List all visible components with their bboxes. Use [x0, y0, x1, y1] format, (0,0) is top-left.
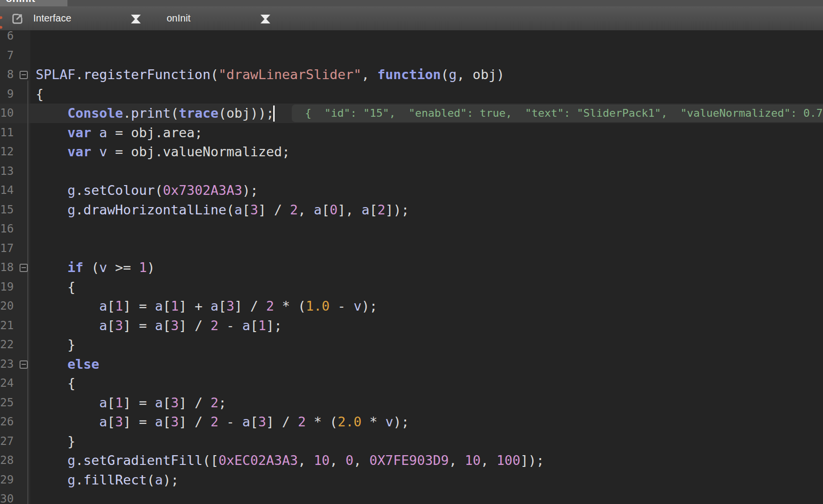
- code-line[interactable]: 19 {: [0, 277, 823, 297]
- code-text[interactable]: }: [36, 432, 75, 451]
- line-number: 25: [0, 393, 14, 413]
- code-token: 1: [115, 395, 123, 410]
- code-token: ] +: [179, 298, 211, 314]
- code-token: ] /: [235, 298, 266, 314]
- line-number: 15: [0, 200, 14, 220]
- code-line[interactable]: 21 a[3] = a[3] / 2 - a[1];: [0, 316, 823, 336]
- code-text[interactable]: g.setGradientFill([0xEC02A3A3, 10, 0, 0X…: [36, 451, 544, 470]
- code-line[interactable]: 10 Console.print(trace(obj));: [0, 104, 823, 123]
- code-line[interactable]: 20 a[1] = a[1] + a[3] / 2 * (1.0 - v);: [0, 296, 823, 316]
- code-token: trace: [179, 105, 218, 121]
- code-token: ] /: [179, 414, 211, 429]
- code-token: 2.0: [338, 414, 362, 429]
- callback-file-selector[interactable]: onInit: [163, 6, 275, 30]
- code-line[interactable]: 26 a[3] = a[3] / 2 - a[3] / 2 * (2.0 * v…: [0, 412, 823, 432]
- code-line[interactable]: 16: [0, 219, 823, 239]
- code-line[interactable]: 29 g.fillRect(a);: [0, 470, 823, 490]
- code-token: 0xEC02A3A3: [218, 453, 298, 468]
- code-token: print: [131, 105, 171, 121]
- callback-target-selector[interactable]: Interface: [29, 6, 147, 30]
- line-number: 30: [0, 489, 14, 504]
- code-token: [: [163, 318, 171, 333]
- code-text[interactable]: a[3] = a[3] / 2 - a[3] / 2 * (2.0 * v);: [36, 412, 409, 432]
- code-text[interactable]: var v = obj.valueNormalized;: [36, 142, 290, 162]
- line-number: 11: [0, 123, 14, 143]
- code-token: ] =: [123, 414, 155, 429]
- code-line[interactable]: 24 {: [0, 374, 823, 393]
- code-token: else: [67, 357, 99, 372]
- code-token: 1.0: [306, 298, 330, 314]
- code-line[interactable]: 30: [0, 489, 823, 504]
- code-token: 0: [330, 202, 338, 217]
- code-text[interactable]: {: [36, 374, 75, 393]
- code-text[interactable]: g.drawHorizontalLine(a[3] / 2, a[0], a[2…: [36, 200, 409, 220]
- tab-oninit[interactable]: onInit: [0, 0, 67, 6]
- code-token: ,: [480, 453, 497, 468]
- code-token: [: [163, 395, 171, 410]
- code-text[interactable]: g.fillRect(a);: [36, 470, 179, 490]
- code-token: [36, 395, 99, 410]
- code-token: ;: [218, 395, 226, 410]
- code-token: {: [36, 279, 75, 294]
- code-token: function: [377, 67, 441, 82]
- code-token: g: [67, 183, 75, 198]
- code-token: = obj.valueNormalized;: [107, 144, 290, 159]
- code-token: ] =: [123, 318, 155, 333]
- code-line[interactable]: 7: [0, 46, 823, 65]
- line-number: 21: [0, 316, 14, 336]
- code-line[interactable]: 17: [0, 239, 823, 258]
- code-line[interactable]: 28 g.setGradientFill([0xEC02A3A3, 10, 0,…: [0, 451, 823, 470]
- code-text[interactable]: a[3] = a[3] / 2 - a[1];: [36, 316, 282, 336]
- line-number: 22: [0, 335, 14, 355]
- code-line[interactable]: 23 else: [0, 355, 823, 374]
- code-token: ] /: [179, 395, 211, 410]
- code-token: a: [99, 395, 107, 410]
- code-text[interactable]: }: [36, 335, 75, 355]
- code-token: a: [234, 202, 242, 217]
- code-token: g: [67, 453, 75, 468]
- fold-toggle-icon[interactable]: [20, 360, 28, 369]
- code-text[interactable]: var a = obj.area;: [36, 123, 202, 143]
- code-token: a: [211, 298, 218, 314]
- code-token: ] /: [266, 414, 298, 429]
- code-token: );: [163, 472, 179, 487]
- code-token: [: [107, 298, 115, 314]
- code-line[interactable]: 22 }: [0, 335, 823, 355]
- code-token: setGradientFill: [84, 453, 203, 468]
- code-text[interactable]: g.setColour(0x7302A3A3);: [36, 181, 258, 200]
- code-token: [36, 202, 67, 217]
- line-number: 20: [0, 296, 14, 316]
- code-line[interactable]: 11 var a = obj.area;: [0, 123, 823, 143]
- code-token: ,: [330, 453, 346, 468]
- code-token: ,: [298, 453, 314, 468]
- goto-workspace-icon[interactable]: [0, 16, 8, 29]
- fold-toggle-icon[interactable]: [20, 71, 28, 79]
- code-token: ([: [202, 453, 218, 468]
- code-line[interactable]: 18 if (v >= 1): [0, 258, 823, 277]
- code-text[interactable]: if (v >= 1): [36, 258, 155, 277]
- code-text[interactable]: {: [36, 277, 75, 297]
- fold-minus-glyph: [22, 267, 26, 268]
- code-editor[interactable]: { "id": "15", "enabled": true, "text": "…: [0, 0, 823, 504]
- code-token: .: [75, 67, 83, 82]
- code-line[interactable]: 13: [0, 162, 823, 181]
- external-link-icon[interactable]: [11, 12, 24, 25]
- code-text[interactable]: {: [36, 84, 43, 104]
- code-line[interactable]: 9{: [0, 84, 823, 104]
- code-token: , obj): [457, 67, 505, 82]
- code-text[interactable]: Console.print(trace(obj));: [36, 104, 274, 123]
- code-line[interactable]: 27 }: [0, 432, 823, 451]
- code-token: 1: [258, 318, 266, 333]
- code-text[interactable]: SPLAF.registerFunction("drawLinearSlider…: [36, 65, 504, 84]
- code-line[interactable]: 15 g.drawHorizontalLine(a[3] / 2, a[0], …: [0, 200, 823, 220]
- code-token: 3: [115, 414, 123, 429]
- code-line[interactable]: 12 var v = obj.valueNormalized;: [0, 142, 823, 162]
- fold-toggle-icon[interactable]: [20, 264, 28, 272]
- code-text[interactable]: a[1] = a[3] / 2;: [36, 393, 226, 413]
- code-line[interactable]: 25 a[1] = a[3] / 2;: [0, 393, 823, 413]
- code-text[interactable]: else: [36, 355, 99, 374]
- code-line[interactable]: 8SPLAF.registerFunction("drawLinearSlide…: [0, 65, 823, 84]
- code-token: a: [155, 472, 163, 487]
- code-text[interactable]: a[1] = a[1] + a[3] / 2 * (1.0 - v);: [36, 296, 377, 316]
- code-line[interactable]: 14 g.setColour(0x7302A3A3);: [0, 181, 823, 200]
